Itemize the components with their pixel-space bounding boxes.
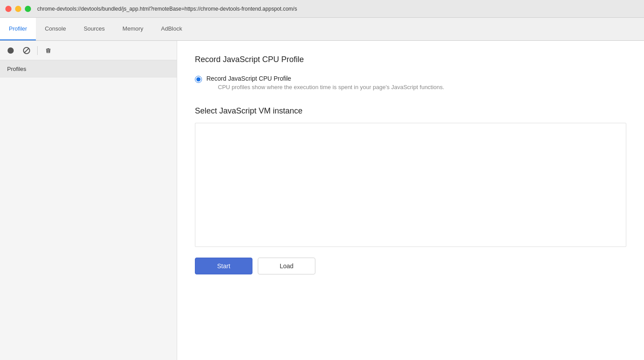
tab-bar: Profiler Console Sources Memory AdBlock bbox=[0, 18, 644, 41]
record-section-title: Record JavaScript CPU Profile bbox=[195, 55, 626, 64]
svg-line-2 bbox=[24, 48, 29, 53]
sidebar: Profiles bbox=[0, 41, 177, 360]
toolbar-divider bbox=[37, 46, 38, 55]
content-area: Record JavaScript CPU Profile Record Jav… bbox=[177, 41, 644, 360]
profile-option-label[interactable]: Record JavaScript CPU Profile bbox=[206, 75, 291, 82]
stop-button[interactable] bbox=[20, 44, 33, 57]
title-bar: chrome-devtools://devtools/bundled/js_ap… bbox=[0, 0, 644, 18]
profile-option: Record JavaScript CPU Profile CPU profil… bbox=[195, 75, 626, 90]
vm-section-title: Select JavaScript VM instance bbox=[195, 106, 626, 116]
tab-profiler[interactable]: Profiler bbox=[0, 18, 36, 40]
tab-adblock[interactable]: AdBlock bbox=[152, 18, 191, 40]
main-layout: Profiles Record JavaScript CPU Profile R… bbox=[0, 41, 644, 360]
profile-option-text: Record JavaScript CPU Profile CPU profil… bbox=[206, 75, 444, 90]
cpu-profile-radio[interactable] bbox=[195, 76, 202, 83]
load-button[interactable]: Load bbox=[258, 258, 315, 274]
sidebar-content: Profiles bbox=[0, 60, 177, 360]
sidebar-section-label: Profiles bbox=[0, 60, 177, 78]
vm-list-box[interactable] bbox=[195, 123, 626, 247]
profile-option-desc: CPU profiles show where the execution ti… bbox=[218, 84, 444, 90]
svg-rect-4 bbox=[48, 50, 49, 52]
svg-rect-5 bbox=[49, 50, 50, 52]
record-button[interactable] bbox=[4, 44, 17, 57]
window-controls bbox=[5, 6, 31, 12]
maximize-button[interactable] bbox=[25, 6, 31, 12]
close-button[interactable] bbox=[5, 6, 12, 12]
delete-button[interactable] bbox=[42, 44, 54, 57]
tab-memory[interactable]: Memory bbox=[114, 18, 152, 40]
action-buttons: Start Load bbox=[195, 258, 626, 274]
tab-console[interactable]: Console bbox=[36, 18, 75, 40]
start-button[interactable]: Start bbox=[195, 258, 252, 274]
svg-rect-3 bbox=[47, 50, 48, 52]
url-bar: chrome-devtools://devtools/bundled/js_ap… bbox=[37, 6, 639, 12]
minimize-button[interactable] bbox=[15, 6, 21, 12]
svg-point-0 bbox=[8, 47, 14, 54]
tab-sources[interactable]: Sources bbox=[75, 18, 114, 40]
sidebar-toolbar bbox=[0, 41, 177, 60]
